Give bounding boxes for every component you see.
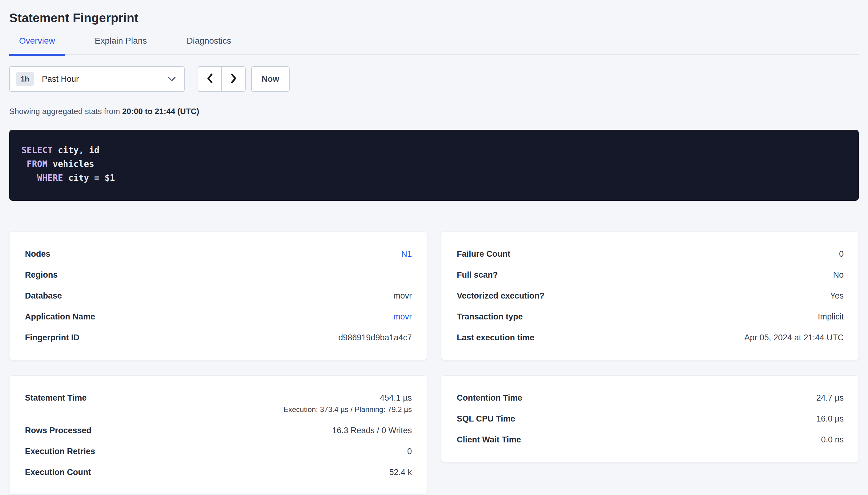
- stat-row: Regions: [25, 264, 412, 285]
- row-label: Database: [25, 290, 62, 302]
- stat-row: Databasemovr: [25, 285, 412, 306]
- sql-line: SELECT city, id: [21, 143, 847, 157]
- row-label: Transaction type: [457, 311, 523, 323]
- row-subvalue: Execution: 373.4 µs / Planning: 79.2 µs: [283, 404, 412, 415]
- row-label: SQL CPU Time: [457, 413, 515, 425]
- stats-text-range: 20:00 to 21:44 (UTC): [122, 107, 199, 116]
- stat-row: Vectorized execution?Yes: [457, 285, 844, 306]
- sql-line: WHERE city = $1: [21, 171, 847, 185]
- stat-row: Client Wait Time0.0 ns: [457, 429, 844, 450]
- tab-overview[interactable]: Overview: [9, 36, 65, 56]
- prev-interval-button[interactable]: [198, 66, 222, 92]
- time-picker-row: 1h Past Hour: [9, 66, 859, 92]
- row-value-link[interactable]: movr: [393, 312, 412, 321]
- row-label: Contention Time: [457, 392, 522, 404]
- sql-line: FROM vehicles: [21, 157, 847, 171]
- tab-bar: OverviewExplain PlansDiagnostics: [9, 36, 859, 55]
- stat-row: Application Namemovr: [25, 306, 412, 327]
- row-value: Yes: [830, 290, 844, 302]
- stat-row: Fingerprint IDd986919d9ba1a4c7: [25, 327, 412, 348]
- chevron-right-icon: [230, 73, 238, 85]
- chevron-left-icon: [206, 73, 214, 85]
- wait-time-stats-card: Contention Time24.7 µsSQL CPU Time16.0 µ…: [441, 375, 859, 462]
- stat-row: Execution Retries0: [25, 441, 412, 462]
- details-card-left: NodesN1RegionsDatabasemovrApplication Na…: [9, 232, 427, 360]
- row-value: 0: [407, 445, 412, 457]
- row-label: Nodes: [25, 248, 50, 260]
- aggregated-stats-text: Showing aggregated stats from 20:00 to 2…: [9, 107, 859, 116]
- row-label: Application Name: [25, 311, 95, 323]
- row-value: d986919d9ba1a4c7: [338, 332, 412, 343]
- row-value: 24.7 µs: [816, 392, 844, 404]
- row-value: 16.0 µs: [816, 413, 844, 425]
- row-value: Apr 05, 2024 at 21:44 UTC: [744, 332, 844, 343]
- row-value: 0.0 ns: [821, 434, 844, 445]
- stat-row: Failure Count0: [457, 243, 844, 264]
- row-label: Full scan?: [457, 269, 498, 281]
- sql-statement-box: SELECT city, id FROM vehicles WHERE city…: [9, 130, 859, 201]
- row-label: Execution Retries: [25, 445, 95, 457]
- stat-row: Transaction typeImplicit: [457, 306, 844, 327]
- row-value: 0: [839, 248, 844, 260]
- stats-text-prefix: Showing aggregated stats from: [9, 107, 122, 116]
- details-card-right: Failure Count0Full scan?NoVectorized exe…: [441, 232, 859, 360]
- stat-row: NodesN1: [25, 243, 412, 264]
- row-label: Regions: [25, 269, 58, 281]
- row-value: movr: [393, 290, 412, 302]
- now-button[interactable]: Now: [251, 66, 290, 92]
- time-nav-group: [198, 66, 246, 92]
- statement-stats-card: Statement Time454.1 µsExecution: 373.4 µ…: [9, 375, 427, 495]
- row-value: Implicit: [818, 311, 844, 323]
- stat-row: Execution Count52.4 k: [25, 462, 412, 483]
- row-value: 16.3 Reads / 0 Writes: [332, 425, 412, 436]
- stat-row: Last execution timeApr 05, 2024 at 21:44…: [457, 327, 844, 348]
- stat-row: SQL CPU Time16.0 µs: [457, 408, 844, 429]
- page-title: Statement Fingerprint: [9, 11, 859, 25]
- row-label: Client Wait Time: [457, 434, 521, 445]
- stat-row: Contention Time24.7 µs: [457, 387, 844, 408]
- row-label: Execution Count: [25, 466, 91, 478]
- stat-row: Rows Processed16.3 Reads / 0 Writes: [25, 420, 412, 441]
- statement-fingerprint-page: Statement Fingerprint OverviewExplain Pl…: [0, 0, 868, 495]
- tab-explain-plans[interactable]: Explain Plans: [85, 36, 157, 56]
- row-value: 454.1 µs: [283, 392, 412, 404]
- row-label: Last execution time: [457, 332, 534, 343]
- summary-cards-grid: NodesN1RegionsDatabasemovrApplication Na…: [9, 232, 859, 495]
- row-label: Fingerprint ID: [25, 332, 79, 343]
- row-label: Failure Count: [457, 248, 510, 260]
- row-label: Vectorized execution?: [457, 290, 544, 302]
- row-value: No: [833, 269, 844, 281]
- time-range-badge: 1h: [16, 72, 34, 86]
- row-label: Statement Time: [25, 392, 87, 415]
- stat-row: Statement Time454.1 µsExecution: 373.4 µ…: [25, 387, 412, 420]
- time-range-select[interactable]: 1h Past Hour: [9, 66, 185, 92]
- stat-row: Full scan?No: [457, 264, 844, 285]
- time-range-label: Past Hour: [42, 74, 79, 84]
- next-interval-button[interactable]: [222, 66, 246, 92]
- row-value: 52.4 k: [389, 466, 412, 478]
- chevron-down-icon: [167, 76, 176, 82]
- tab-diagnostics[interactable]: Diagnostics: [177, 36, 241, 56]
- row-value-link[interactable]: N1: [401, 249, 412, 259]
- row-label: Rows Processed: [25, 425, 92, 436]
